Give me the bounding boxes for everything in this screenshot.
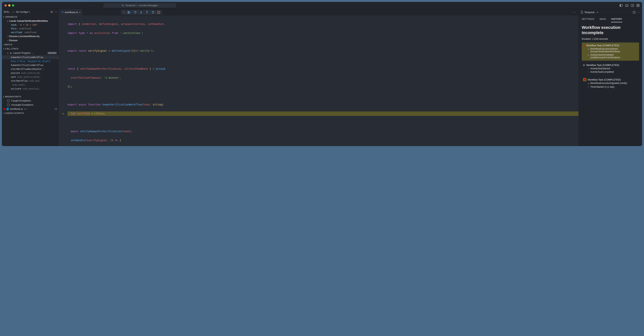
stack-frame[interactable]: executenode_modules/@… [2,71,59,75]
vscode-window: ← → Temporal — vscode-debugger RUN… ▷ No… [2,2,642,146]
callstack-section[interactable]: ∨ CALL STACK [2,47,59,51]
svg-point-0 [122,5,124,6]
breakpoint-file[interactable]: workflows.ts src 19 [2,107,59,111]
history-events-list: Workflow Task (COMPLETED)↘WorkflowExecut… [582,43,639,90]
svg-rect-3 [620,4,621,7]
more-icon[interactable]: ⋯ [54,11,57,13]
run-debug-header: RUN… ▷ No Configur ∨ ⋯ [2,9,59,15]
svg-rect-6 [631,4,634,7]
bullet-current-icon [583,78,586,81]
fullscreen-window-button[interactable] [12,4,14,7]
svg-rect-8 [637,4,638,5]
event-header[interactable]: Workflow Task (COMPLETED) [583,78,638,81]
editor-tab-workflows[interactable]: TS workflows.ts × [59,9,83,16]
minimize-window-button[interactable] [8,4,10,7]
history-event-group[interactable]: Workflow Task (COMPLETED)↘WorkflowExecut… [582,43,639,61]
titlebar: ← → Temporal — vscode-debugger [2,2,642,9]
bullet-red-icon [583,45,585,46]
code-editor[interactable]: import { condition, defineSignal, proxyA… [59,16,578,146]
stop-icon[interactable] [157,11,160,14]
history-sub-event[interactable]: ↙ActivityTaskScheduled (notifyHumanForVe… [583,53,638,59]
close-tab-icon[interactable]: × [79,11,80,14]
duration-text: Duration: 1.018 seconds [582,38,639,40]
svg-rect-9 [638,4,639,5]
history-sub-event[interactable]: ↘WorkflowExecutionSignaled (verify) [583,81,638,85]
breakpoints-section[interactable]: ∨ BREAKPOINTS [2,95,59,99]
execution-pointer-icon: ▷ [63,111,64,116]
variables-section[interactable]: ∨ VARIABLES [2,15,59,19]
step-out-icon[interactable] [146,11,148,14]
tab-settings[interactable]: SETTINGS [582,18,594,22]
nav-back-icon[interactable]: ← [89,4,91,7]
svg-line-15 [10,53,10,53]
continue-icon[interactable] [128,11,130,14]
debug-toolbar[interactable]: ⁞⁞ [121,10,162,15]
svg-rect-10 [637,6,638,7]
stack-frames-list: humanVerificationWorkflowShow 4 More: Sk… [2,55,59,95]
editor-area: TS workflows.ts × ⋯ ⁞⁞ [59,9,578,146]
watch-section[interactable]: › WATCH [2,43,59,47]
close-icon[interactable]: × [596,11,598,14]
svg-point-19 [135,13,135,14]
checkbox-checked[interactable] [6,108,9,110]
panel-left-icon[interactable] [620,4,623,7]
temporal-tab[interactable]: Temporal × [580,11,598,14]
stack-frame[interactable]: activatenode_modules/… [2,87,59,91]
variable-task[interactable]: task: '4 + 20 = 420' [2,23,59,27]
stack-frame[interactable]: startWorkflowNextHandler| [2,67,59,71]
file-icon [580,11,583,14]
event-header[interactable]: Workflow Task (COMPLETED) [583,44,638,47]
stack-frame[interactable]: node_modul… [2,83,59,87]
scope-closure-1[interactable]: › Closure (./src/workflows.ts) [2,34,59,38]
tab-main[interactable]: MAIN [600,18,606,22]
command-center[interactable]: Temporal — vscode-debugger [103,3,176,8]
loaded-scripts-section[interactable]: › LOADED SCRIPTS [2,111,59,115]
event-header[interactable]: Workflow Task (COMPLETED) [583,63,638,67]
history-event-group[interactable]: Workflow Task (COMPLETED)→ActivityTaskSt… [582,62,639,75]
bug-icon [10,52,12,54]
history-sub-event[interactable]: →ActivityTaskCompleted [583,70,638,74]
close-window-button[interactable] [4,4,7,7]
history-event-group[interactable]: Workflow Task (COMPLETED)↘WorkflowExecut… [582,77,639,90]
stack-frame[interactable]: startWorkflownode_mod… [2,79,59,83]
breakpoint-dot-icon [4,108,5,110]
search-icon [122,4,124,7]
variable-this[interactable]: this: undefined [2,27,59,31]
panel-right-icon[interactable] [631,4,634,7]
debug-config-select[interactable]: No Configur ∨ [16,11,49,13]
run-label: RUN… [4,11,11,13]
restart-icon[interactable] [152,11,154,14]
scope-local[interactable]: ∨ Local: humanVerificationWorkflow [2,19,59,23]
variable-verified[interactable]: verified: undefined [2,31,59,34]
layout-icon[interactable] [636,4,640,7]
panel-bottom-icon[interactable] [625,4,628,7]
history-sub-event[interactable]: ←TimerStarted ◷ (1 day) [583,85,638,89]
start-debug-icon[interactable]: ▷ [13,11,14,13]
drag-handle-icon[interactable]: ⁞⁞ [123,11,124,14]
step-into-icon[interactable] [140,11,142,14]
split-editor-icon[interactable] [633,11,636,14]
step-over-icon[interactable] [134,11,136,14]
breakpoint-caught[interactable]: Caught Exceptions [2,99,59,103]
stack-frame[interactable]: nextnode_modules/@tem… [2,75,59,79]
typescript-icon: TS [61,11,64,13]
stack-frame[interactable]: humanVerificationWorkflow [2,55,59,59]
stack-frame[interactable] [2,91,59,95]
nav-forward-icon[interactable]: → [94,4,96,7]
history-sub-event[interactable]: →ActivityTaskStarted [583,67,638,70]
editor-more-icon[interactable]: ⋯ [572,11,577,14]
checkbox[interactable] [7,99,10,102]
history-sub-event[interactable]: ↘WorkflowExecutionStarted (humanVerifica… [583,47,638,53]
breakpoint-uncaught[interactable]: Uncaught Exceptions [2,103,59,107]
checkbox[interactable] [7,104,10,106]
scope-closure-2[interactable]: › Closure [2,38,59,43]
temporal-panel-header: Temporal × ⋯ [579,9,642,16]
stack-frame[interactable]: humanVerificationWorkflow [2,63,59,67]
debug-session[interactable]: ∨ Launch Program: … PAUSED [2,51,59,55]
tab-history[interactable]: HISTORY [611,18,622,22]
svg-rect-4 [626,4,628,7]
more-icon[interactable]: ⋯ [638,11,640,14]
svg-rect-11 [638,6,639,7]
gear-icon[interactable] [50,11,53,13]
stack-frame[interactable]: Show 4 More: Skipped by skipFil [2,59,59,63]
